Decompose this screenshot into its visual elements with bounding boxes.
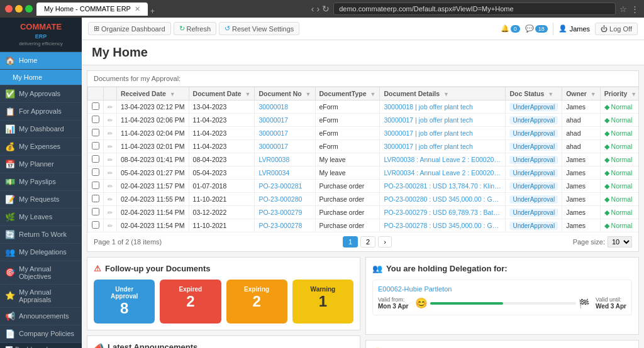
users-icon: 👥 [372, 264, 382, 273]
edit-icon-2[interactable]: ✏ [108, 130, 113, 137]
page-1-btn[interactable]: 1 [343, 236, 358, 247]
edit-icon-8[interactable]: ✏ [108, 209, 113, 216]
message-btn[interactable]: 💬 18 [525, 24, 548, 33]
next-page-btn[interactable]: › [378, 236, 392, 247]
cell-details-7[interactable]: PO-23-000280 : USD 345,000.00 : Gerhold,… [380, 193, 506, 206]
cell-details-9[interactable]: PO-23-000278 : USD 345,000.00 : Gerhold,… [380, 219, 506, 232]
cell-docno-5[interactable]: LVR00034 [255, 166, 315, 180]
forward-btn[interactable]: › [317, 4, 320, 14]
logout-btn[interactable]: ⏻ Log Off [595, 23, 638, 35]
checkbox-3[interactable] [92, 142, 99, 150]
sidebar-item-my-payslips[interactable]: 💵 My Payslips [0, 173, 82, 191]
sidebar-item-my-annual-appraisals[interactable]: ⭐ My Annual Appraisals [0, 285, 82, 308]
sidebar-item-return-to-work[interactable]: 🔄 Return To Work [0, 226, 82, 244]
reset-view-btn[interactable]: ↺ Reset View Settings [219, 22, 299, 35]
maximize-window-btn[interactable] [25, 5, 33, 13]
cell-docno-4[interactable]: LVR00038 [255, 153, 315, 166]
sidebar-item-my-leaves[interactable]: 🌿 My Leaves [0, 209, 82, 226]
checkbox-0[interactable] [92, 102, 99, 110]
cell-docno-1[interactable]: 30000017 [255, 114, 315, 127]
doc-status-filter[interactable]: ▼ [548, 91, 553, 97]
sidebar-item-my-home[interactable]: My Home [0, 70, 82, 85]
edit-icon-7[interactable]: ✏ [108, 196, 113, 203]
sidebar-item-home[interactable]: 🏠 Home [0, 52, 82, 70]
address-bar[interactable] [333, 3, 616, 15]
checkbox-2[interactable] [92, 129, 99, 136]
owner-filter[interactable]: ▼ [591, 91, 596, 97]
back-btn[interactable]: ‹ [311, 4, 314, 14]
sidebar-item-my-delegations[interactable]: 👥 My Delegations [0, 244, 82, 261]
minimize-window-btn[interactable] [15, 5, 23, 13]
status-badge-1: UnderApproval [509, 116, 558, 124]
cell-docno-3[interactable]: 30000017 [255, 140, 315, 153]
checkbox-1[interactable] [92, 116, 99, 123]
warning-box[interactable]: Warning 1 [292, 280, 353, 324]
doc-details-filter[interactable]: ▼ [443, 91, 449, 97]
cell-details-2[interactable]: 30000017 | job offer plant tech [380, 127, 506, 140]
edit-icon-9[interactable]: ✏ [108, 222, 113, 229]
delegation-name-link[interactable]: E00062-Hubie Partleton [378, 285, 626, 293]
received-date-filter[interactable]: ▼ [170, 91, 175, 97]
cell-details-6[interactable]: PO-23-000281 : USD 13,784.70 : Kling LLC [380, 180, 506, 193]
edit-icon-4[interactable]: ✏ [108, 156, 113, 163]
doc-no-filter[interactable]: ▼ [306, 91, 311, 97]
page-size-select[interactable]: 10 20 50 [608, 236, 632, 247]
cell-details-1[interactable]: 30000017 | job offer plant tech [380, 114, 506, 127]
reload-btn[interactable]: ↻ [322, 4, 330, 14]
cell-details-4[interactable]: LVR00038 : Annual Leave 2 : E00020-Greer… [380, 153, 506, 166]
cell-docno-9[interactable]: PO-23-000278 [255, 219, 315, 232]
edit-icon-5[interactable]: ✏ [108, 170, 113, 177]
app-layout: COMMATEERP delivering efficiency 🏠 Home … [0, 18, 644, 348]
edit-icon-6[interactable]: ✏ [108, 183, 113, 190]
main-area: ⊞ Organize Dashboard ↻ Refresh ↺ Reset V… [82, 18, 644, 348]
row-checkbox-8 [88, 206, 104, 219]
checkbox-8[interactable] [92, 208, 99, 215]
sidebar-group-dashboards[interactable]: 📊 Dashboards [0, 343, 82, 348]
refresh-btn[interactable]: ↻ Refresh [174, 22, 217, 35]
sidebar-item-announcements[interactable]: 📢 Announcements [0, 308, 82, 325]
edit-icon-0[interactable]: ✏ [108, 104, 113, 111]
expiring-box[interactable]: Expiring 2 [226, 280, 287, 324]
my-approvals-icon: ✅ [5, 89, 15, 99]
sidebar-item-my-annual-objectives[interactable]: 🎯 My Annual Objectives [0, 261, 82, 285]
sidebar-item-my-dashboard[interactable]: 📊 My Dashboard [0, 121, 82, 138]
sidebar-item-company-policies[interactable]: 📄 Company Policies [0, 325, 82, 343]
cell-docno-6[interactable]: PO-23-000281 [255, 180, 315, 193]
checkbox-9[interactable] [92, 221, 99, 229]
cell-details-0[interactable]: 30000018 | job offer plant tech [380, 101, 506, 114]
tab-close-icon[interactable]: ✕ [135, 5, 140, 13]
star-icon[interactable]: ☆ [619, 4, 627, 14]
checkbox-6[interactable] [92, 182, 99, 189]
cell-docno-7[interactable]: PO-23-000280 [255, 193, 315, 206]
organize-dashboard-btn[interactable]: ⊞ Organize Dashboard [88, 22, 171, 35]
page-2-btn[interactable]: 2 [360, 236, 375, 247]
close-window-btn[interactable] [5, 5, 13, 13]
notification-btn[interactable]: 🔔 0 [501, 24, 520, 33]
cell-details-5[interactable]: LVR00034 : Annual Leave 2 : E00020-Greer… [380, 166, 506, 180]
new-tab-icon[interactable]: + [150, 7, 155, 16]
priority-filter[interactable]: ▼ [631, 91, 636, 97]
sidebar-item-my-requests[interactable]: 📝 My Requests [0, 191, 82, 209]
active-tab[interactable]: My Home - COMMATE ERP ✕ [36, 3, 148, 16]
cell-details-8[interactable]: PO-23-000279 : USD 69,789.73 : Batz-Mill… [380, 206, 506, 219]
sidebar-item-my-planner[interactable]: 📅 My Planner [0, 156, 82, 173]
user-menu[interactable]: 👤 James [558, 24, 590, 33]
checkbox-4[interactable] [92, 155, 99, 163]
expired-box[interactable]: Expired 2 [160, 280, 221, 324]
checkbox-7[interactable] [92, 195, 99, 202]
sidebar-item-for-approvals[interactable]: 📋 For Approvals [0, 103, 82, 121]
cell-docno-0[interactable]: 30000018 [255, 101, 315, 114]
sidebar-my-expenses-label: My Expenses [19, 143, 60, 150]
cell-docno-8[interactable]: PO-23-000279 [255, 206, 315, 219]
menu-icon[interactable]: ⋮ [631, 4, 639, 14]
sidebar-item-my-expenses[interactable]: 💰 My Expenses [0, 138, 82, 156]
cell-docno-2[interactable]: 30000017 [255, 127, 315, 140]
cell-details-3[interactable]: 30000017 | job offer plant tech [380, 140, 506, 153]
doc-date-filter[interactable]: ▼ [245, 91, 251, 97]
under-approval-box[interactable]: UnderApproval 8 [94, 280, 155, 324]
edit-icon-3[interactable]: ✏ [108, 143, 113, 150]
doc-type-filter[interactable]: ▼ [370, 91, 376, 97]
sidebar-item-my-approvals[interactable]: ✅ My Approvals [0, 85, 82, 103]
checkbox-5[interactable] [92, 168, 99, 176]
edit-icon-1[interactable]: ✏ [108, 117, 113, 124]
